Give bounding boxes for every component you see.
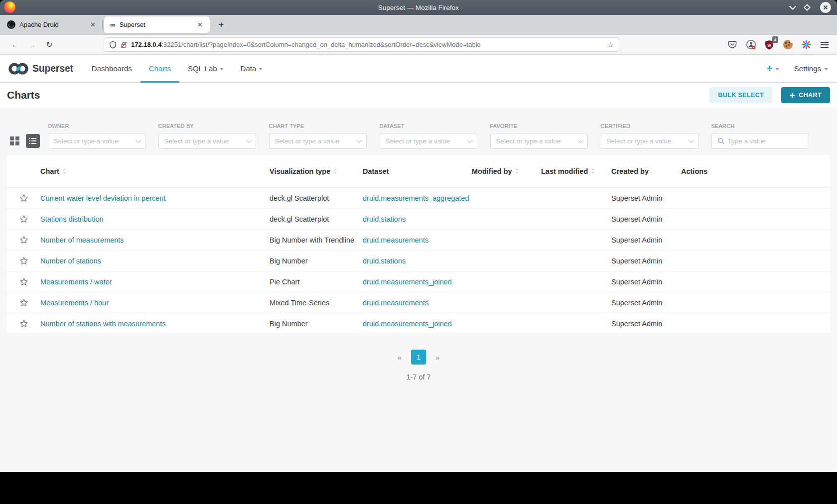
tab-label: Apache Druid — [19, 21, 84, 28]
superset-navbar: Superset Dashboards Charts SQL Lab Data … — [0, 55, 837, 83]
next-page-button[interactable]: » — [432, 351, 442, 364]
tab-superset[interactable]: ∞ Superset ✕ — [104, 16, 210, 33]
back-icon[interactable]: ← — [7, 40, 24, 49]
reload-icon[interactable]: ↻ — [41, 40, 58, 49]
column-header[interactable]: Last modified — [541, 167, 611, 175]
chart-link[interactable]: Measurements / hour — [40, 299, 270, 307]
chart-link[interactable]: Number of stations — [40, 257, 270, 265]
filter-label: FAVORITE — [490, 123, 588, 129]
page-1-button[interactable]: 1 — [411, 350, 426, 365]
bookmark-star-icon[interactable]: ☆ — [607, 40, 614, 49]
column-header[interactable]: Created by — [611, 167, 681, 175]
sort-icon[interactable] — [62, 168, 66, 174]
dataset-link[interactable]: druid.stations — [363, 257, 472, 265]
sort-icon[interactable] — [591, 168, 595, 174]
url-bar[interactable]: 172.18.0.4:32251/chart/list/?pageIndex=0… — [104, 37, 619, 52]
column-header[interactable]: Chart — [40, 167, 270, 175]
list-view-toggle-icon[interactable] — [26, 134, 40, 148]
table-header-row: Chart Visualization type Dataset — [7, 155, 830, 188]
bulk-select-button[interactable]: BULK SELECT — [709, 87, 772, 103]
dataset-link[interactable]: druid.measurements_aggregated — [363, 194, 472, 202]
nav-item-charts[interactable]: Charts — [140, 55, 179, 82]
select-placeholder: Select or type a value — [275, 137, 353, 145]
caret-down-icon — [220, 68, 224, 70]
tab-close-icon[interactable]: ✕ — [195, 20, 205, 29]
tab-apache-druid[interactable]: Apache Druid ✕ — [1, 15, 103, 34]
insecure-lock-icon[interactable] — [120, 41, 128, 49]
close-window-icon[interactable] — [820, 2, 831, 13]
caret-down-icon — [259, 68, 263, 70]
dataset-link[interactable]: druid.measurements — [363, 236, 472, 244]
created-by-cell: Superset Admin — [611, 320, 681, 328]
cookie-icon[interactable] — [782, 39, 793, 50]
shield-icon[interactable] — [109, 41, 117, 49]
column-label: Actions — [681, 167, 707, 175]
favorite-star-icon[interactable] — [7, 298, 40, 307]
dataset-link[interactable]: druid.measurements_joined — [363, 320, 472, 328]
filter-select: CREATED BY Select or type a value — [158, 123, 256, 149]
superset-brand[interactable]: Superset — [8, 55, 73, 82]
favorite-star-icon[interactable] — [7, 256, 40, 265]
new-item-button[interactable]: + — [767, 63, 779, 74]
favorite-star-icon[interactable] — [7, 215, 40, 224]
created-by-cell: Superset Admin — [611, 299, 681, 307]
filter-select-control[interactable]: Select or type a value — [158, 133, 256, 149]
sparkle-extension-icon[interactable] — [801, 39, 812, 50]
nav-item-dashboards[interactable]: Dashboards — [83, 55, 140, 82]
maximize-icon[interactable] — [804, 4, 811, 11]
chevron-down-icon — [135, 137, 140, 143]
select-placeholder: Select or type a value — [54, 137, 132, 145]
chart-link[interactable]: Number of stations with measurements — [40, 320, 270, 328]
pocket-icon[interactable] — [727, 39, 738, 50]
settings-menu[interactable]: Settings — [794, 64, 828, 73]
identity-blocked-icon[interactable] — [745, 39, 756, 50]
dataset-link[interactable]: druid.measurements_joined — [363, 278, 472, 286]
chart-link[interactable]: Measurements / water — [40, 278, 270, 286]
menu-icon[interactable] — [819, 39, 830, 50]
favorite-star-icon[interactable] — [7, 236, 40, 245]
table-row: Current water level deviation in percent… — [7, 188, 830, 209]
tab-close-icon[interactable]: ✕ — [88, 20, 98, 29]
filter-select-control[interactable]: Select or type a value — [48, 133, 145, 149]
favorite-star-icon[interactable] — [7, 194, 40, 203]
url-text[interactable]: 172.18.0.4:32251/chart/list/?pageIndex=0… — [131, 41, 604, 48]
column-header[interactable]: Visualization type — [270, 167, 363, 175]
prev-page-button[interactable]: « — [395, 351, 405, 364]
new-tab-button[interactable]: + — [213, 15, 230, 34]
select-placeholder: Select or type a value — [607, 137, 685, 145]
blocker-shield-icon[interactable]: w 4 — [764, 39, 775, 50]
filter-select-control[interactable]: Select or type a value — [490, 133, 588, 149]
dataset-link[interactable]: druid.stations — [363, 215, 472, 223]
chart-link[interactable]: Stations distribution — [40, 215, 270, 223]
firefox-logo-icon — [4, 1, 15, 13]
filter-select-control[interactable]: Select or type a value — [601, 133, 698, 149]
card-view-toggle-icon[interactable] — [10, 136, 19, 146]
filter-select-control[interactable]: Select or type a value — [380, 133, 477, 149]
column-header[interactable]: Dataset — [363, 167, 472, 175]
plus-icon — [790, 93, 795, 98]
nav-label: Dashboards — [92, 64, 132, 73]
nav-item-sql-lab[interactable]: SQL Lab — [179, 55, 232, 82]
sort-icon[interactable] — [515, 168, 519, 174]
column-header[interactable]: Actions — [681, 167, 830, 175]
forward-icon[interactable]: → — [24, 40, 41, 49]
filter-select: CERTIFIED Select or type a value — [601, 123, 698, 149]
nav-label: SQL Lab — [188, 64, 217, 73]
chart-link[interactable]: Number of measurements — [40, 236, 270, 244]
favorite-star-icon[interactable] — [7, 319, 40, 328]
sort-icon[interactable] — [333, 168, 337, 174]
chart-link[interactable]: Current water level deviation in percent — [40, 194, 270, 202]
column-header[interactable]: Modified by — [472, 167, 541, 175]
nav-item-data[interactable]: Data — [232, 55, 272, 82]
add-chart-button[interactable]: CHART — [781, 87, 830, 103]
page-title: Charts — [7, 89, 40, 101]
filter-select-control[interactable]: Select or type a value — [269, 133, 367, 149]
column-label: Dataset — [363, 167, 389, 175]
search-input[interactable]: Type a value — [711, 133, 809, 149]
minimize-icon[interactable] — [789, 3, 796, 10]
filter-select: OWNER Select or type a value — [48, 123, 145, 149]
favorite-star-icon[interactable] — [7, 277, 40, 286]
filter-search: SEARCH Type a value — [711, 123, 809, 149]
created-by-cell: Superset Admin — [611, 236, 681, 244]
dataset-link[interactable]: druid.measurements — [363, 299, 472, 307]
